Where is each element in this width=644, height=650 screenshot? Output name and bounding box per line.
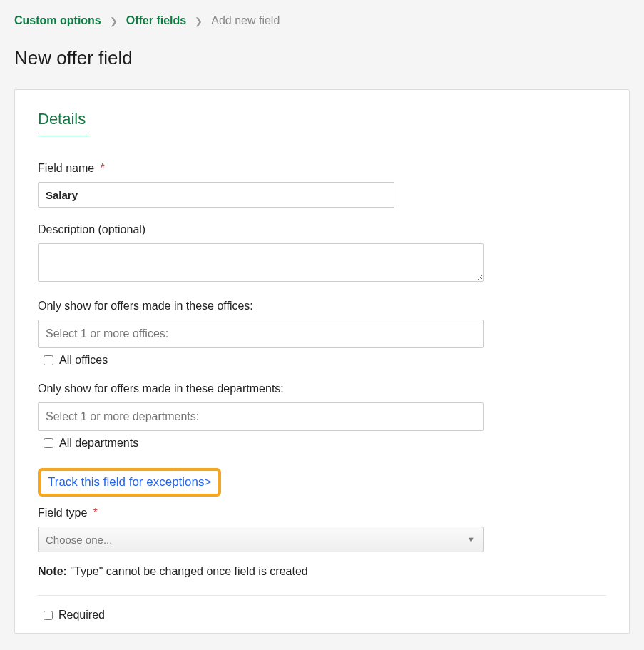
track-exceptions-link[interactable]: Track this field for exceptions> <box>48 475 211 489</box>
field-name-label-text: Field name <box>38 162 94 174</box>
field-name-group: Field name * <box>38 162 606 208</box>
offices-label: Only show for offers made in these offic… <box>38 300 606 313</box>
all-departments-checkbox[interactable] <box>44 438 53 448</box>
required-checkbox[interactable] <box>44 611 53 620</box>
description-label: Description (optional) <box>38 223 606 236</box>
field-type-select-wrapper: Choose one... ▼ <box>38 527 484 552</box>
breadcrumb-current: Add new field <box>211 14 280 27</box>
details-card: Details Field name * Description (option… <box>14 89 630 634</box>
field-type-select[interactable]: Choose one... <box>38 527 484 552</box>
chevron-right-icon: ❯ <box>195 16 203 26</box>
required-row: Required <box>44 609 606 626</box>
note-text: "Type" cannot be changed once field is c… <box>70 565 307 577</box>
field-type-label-text: Field type <box>38 507 87 519</box>
field-name-input[interactable] <box>38 182 394 208</box>
all-offices-row: All offices <box>44 354 606 367</box>
all-departments-row: All departments <box>44 437 606 450</box>
departments-label: Only show for offers made in these depar… <box>38 382 606 395</box>
all-offices-checkbox[interactable] <box>44 355 53 365</box>
note-label: Note: <box>38 565 67 577</box>
note-row: Note: "Type" cannot be changed once fiel… <box>38 565 606 596</box>
description-input[interactable] <box>38 243 484 282</box>
description-group: Description (optional) <box>38 223 606 284</box>
field-name-label: Field name * <box>38 162 606 175</box>
all-offices-label: All offices <box>59 354 108 367</box>
chevron-right-icon: ❯ <box>110 16 118 26</box>
breadcrumb: Custom options ❯ Offer fields ❯ Add new … <box>14 14 630 27</box>
field-type-group: Field type * Choose one... ▼ <box>38 507 606 552</box>
all-departments-label: All departments <box>59 437 138 450</box>
required-star-icon: * <box>101 162 105 174</box>
section-underline <box>38 136 89 136</box>
required-star-icon: * <box>93 507 98 519</box>
offices-group: Only show for offers made in these offic… <box>38 300 606 367</box>
required-label: Required <box>58 609 105 621</box>
departments-group: Only show for offers made in these depar… <box>38 382 606 450</box>
section-title: Details <box>38 110 606 128</box>
page-title: New offer field <box>14 47 630 69</box>
offices-input[interactable] <box>38 320 484 348</box>
field-type-label: Field type * <box>38 507 606 519</box>
breadcrumb-custom-options[interactable]: Custom options <box>14 14 101 27</box>
departments-input[interactable] <box>38 402 484 431</box>
track-exceptions-highlight: Track this field for exceptions> <box>38 468 221 497</box>
breadcrumb-offer-fields[interactable]: Offer fields <box>126 14 186 27</box>
